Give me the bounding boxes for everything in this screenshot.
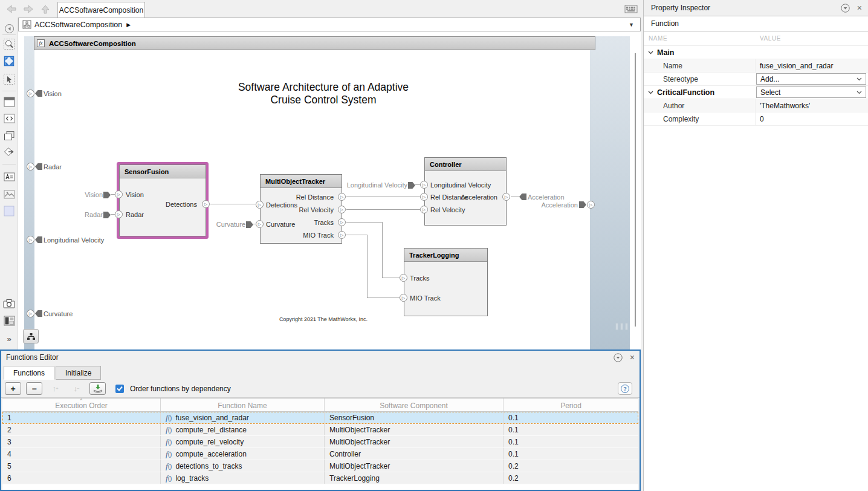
viewpoint-button[interactable]: [2, 146, 16, 159]
keyboard-shortcuts-button[interactable]: [624, 4, 638, 14]
add-function-button[interactable]: +: [5, 382, 21, 395]
stereotype-dropdown[interactable]: Add...: [756, 73, 866, 85]
table-row[interactable]: 6 f()log_tracks TrackerLogging 0.2: [2, 472, 638, 484]
connector-wire-rel-distance[interactable]: [346, 197, 420, 197]
viewport-button[interactable]: [2, 95, 16, 108]
port-in-mot-curvature[interactable]: ▷: [256, 220, 264, 228]
update-diagram-button[interactable]: [89, 382, 106, 395]
duplicate-button[interactable]: [2, 129, 16, 142]
breadcrumb-dropdown-icon[interactable]: ▼: [629, 22, 634, 28]
port-out-sf-detections[interactable]: ▷: [202, 200, 210, 208]
author-value-field[interactable]: 'TheMathworks': [755, 99, 868, 112]
order-by-dependency-checkbox[interactable]: [115, 385, 124, 393]
vertical-scrollbar[interactable]: [635, 53, 636, 327]
port-in-sf-radar[interactable]: ▷: [115, 210, 123, 218]
port-arrow-icon: ▷: [340, 233, 343, 237]
panel-menu-icon[interactable]: [841, 4, 850, 13]
code-view-button[interactable]: [2, 112, 16, 125]
connector-wire-acceleration[interactable]: [511, 197, 520, 197]
move-down-button[interactable]: ↓−: [68, 382, 85, 395]
close-panel-icon[interactable]: ×: [857, 4, 862, 12]
expand-toolbar-button[interactable]: »: [2, 332, 16, 345]
model-tab[interactable]: ACCSoftwareComposition: [57, 2, 145, 18]
boundary-port-vision[interactable]: ▷: [27, 89, 34, 97]
tab-functions[interactable]: Functions: [4, 366, 54, 380]
resize-grip[interactable]: [625, 323, 628, 330]
criticalfunction-dropdown[interactable]: Select: [756, 86, 866, 98]
port-out-mot-mio-track[interactable]: ▷: [338, 231, 346, 239]
resize-grip[interactable]: [615, 323, 618, 330]
component-controller[interactable]: Controller: [424, 157, 507, 226]
table-row[interactable]: 2 f()compute_rel_distance MultiObjectTra…: [2, 424, 638, 436]
image-button[interactable]: [2, 187, 16, 201]
area-button[interactable]: [2, 204, 16, 218]
connector-wire-rel-velocity[interactable]: [346, 209, 420, 210]
column-header-function-name[interactable]: Function Name: [161, 398, 325, 411]
hierarchy-view-button[interactable]: [23, 329, 39, 343]
zoom-region-button[interactable]: [2, 37, 16, 51]
connector-wire-mio-track[interactable]: [346, 235, 367, 235]
connector-wire-tracks[interactable]: [346, 222, 382, 223]
connector-wire-tracks[interactable]: [382, 278, 400, 278]
port-in-ctrl-rel-velocity[interactable]: ▷: [420, 206, 428, 213]
back-button[interactable]: [5, 3, 18, 15]
port-in-mot-detections[interactable]: ▷: [256, 201, 264, 209]
connector-wire-detections[interactable]: [210, 204, 256, 204]
breadcrumb-item[interactable]: ACCSoftwareComposition: [34, 21, 122, 29]
architecture-frame-header[interactable]: fx ACCSoftwareComposition: [34, 36, 595, 50]
boundary-port-longitudinal-velocity[interactable]: ▷: [27, 236, 34, 244]
boundary-port-acceleration[interactable]: ▷: [587, 201, 595, 209]
connector-wire-mio-track[interactable]: [367, 298, 400, 298]
table-row[interactable]: 5 f()detections_to_tracks MultiObjectTra…: [2, 460, 638, 472]
breadcrumb-expand-icon[interactable]: ▶: [126, 22, 131, 28]
move-up-button[interactable]: ↑+: [47, 382, 63, 395]
up-to-parent-button[interactable]: [39, 3, 52, 15]
boundary-port-curvature[interactable]: ▷: [27, 310, 34, 317]
connector-wire-mio-track[interactable]: [367, 235, 368, 298]
port-in-ctrl-rel-distance[interactable]: ▷: [420, 193, 428, 201]
section-row-main[interactable]: Main: [644, 46, 868, 59]
connector-wire-tracks[interactable]: [382, 222, 383, 278]
resize-grip[interactable]: [620, 323, 623, 330]
port-out-mot-rel-velocity[interactable]: ▷: [338, 206, 346, 213]
port-in-tl-mio-track[interactable]: ▷: [400, 294, 407, 302]
port-out-mot-tracks[interactable]: ▷: [338, 218, 346, 226]
function-icon: f(): [166, 437, 172, 447]
port-in-ctrl-longitudinal-velocity[interactable]: ▷: [420, 181, 428, 189]
port-arrow-icon: ▷: [29, 164, 32, 169]
criticalfunction-dropdown-value: Select: [760, 88, 780, 97]
panel-menu-icon[interactable]: [614, 353, 623, 362]
help-button[interactable]: ?: [618, 382, 632, 395]
table-row[interactable]: 1 f()fuse_vision_and_radar SensorFusion …: [2, 412, 638, 424]
close-panel-icon[interactable]: ×: [630, 353, 635, 362]
fit-to-view-icon: [3, 55, 15, 67]
forward-button[interactable]: [22, 3, 35, 15]
tab-initialize[interactable]: Initialize: [56, 366, 101, 380]
port-arrow-icon: ▷: [340, 195, 343, 199]
port-out-mot-rel-distance[interactable]: ▷: [338, 193, 346, 201]
boundary-port-label: Curvature: [44, 310, 73, 318]
column-header-execution-order[interactable]: ^ Execution Order: [2, 398, 161, 411]
complexity-value-field[interactable]: 0: [755, 112, 868, 125]
boundary-port-radar[interactable]: ▷: [27, 163, 34, 171]
name-value-field[interactable]: fuse_vision_and_radar: [755, 59, 868, 72]
port-out-ctrl-acceleration[interactable]: ▷: [502, 193, 510, 201]
select-region-button[interactable]: [2, 73, 16, 86]
port-tag-icon: [35, 310, 42, 317]
column-header-software-component[interactable]: Software Component: [325, 398, 504, 411]
viewer-report-button[interactable]: [2, 314, 16, 327]
remove-function-button[interactable]: −: [26, 382, 42, 395]
table-row[interactable]: 4 f()compute_acceleration Controller 0.1: [2, 448, 638, 460]
table-row[interactable]: 3 f()compute_rel_velocity MultiObjectTra…: [2, 436, 638, 448]
annotation-button[interactable]: [2, 170, 16, 183]
fit-to-view-button[interactable]: [2, 54, 16, 68]
diagram-canvas[interactable]: fx ACCSoftwareComposition Software Archi…: [18, 31, 641, 350]
column-header-period[interactable]: Period: [504, 398, 638, 411]
app-window: ACCSoftwareComposition ACCSoftwareCompos…: [0, 0, 868, 491]
diagram-title-annotation[interactable]: Software Architecture of an Adaptive Cru…: [202, 81, 444, 107]
port-in-tl-tracks[interactable]: ▷: [400, 274, 407, 282]
screenshot-button[interactable]: [2, 297, 16, 310]
section-row-criticalfunction[interactable]: CriticalFunction Select: [644, 86, 868, 99]
port-in-sf-vision[interactable]: ▷: [115, 190, 123, 198]
hide-palette-button[interactable]: [2, 22, 16, 35]
